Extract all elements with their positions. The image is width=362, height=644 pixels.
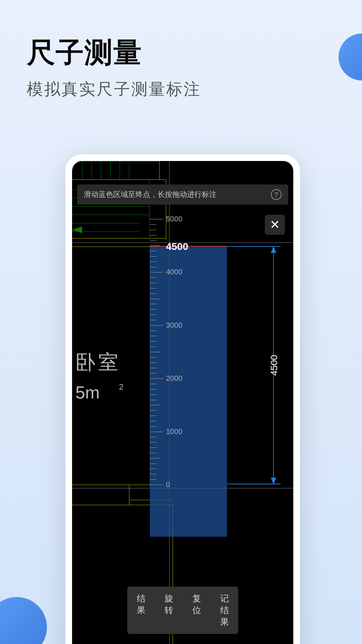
cad-room-size-sup: 2 <box>119 382 123 392</box>
cad-room-label: 卧室 <box>75 349 121 376</box>
phone-frame: 卧室 5m 2 滑动蓝色区域至终点，长按拖动进行标注 ? ✕ 5000 <box>65 154 300 644</box>
promo-subtitle: 模拟真实尺子测量标注 <box>27 78 335 100</box>
close-icon: ✕ <box>270 219 280 231</box>
ruler-current-value: 4500 <box>166 241 188 252</box>
result-button[interactable]: 结果 <box>127 587 155 634</box>
dimension-value: 4500 <box>269 355 280 376</box>
rotate-button[interactable]: 旋转 <box>155 587 183 634</box>
ruler-tick-label: 5000 <box>166 215 182 223</box>
close-button[interactable]: ✕ <box>265 215 285 235</box>
phone-screen: 卧室 5m 2 滑动蓝色区域至终点，长按拖动进行标注 ? ✕ 5000 <box>72 161 293 644</box>
ruler-tick-label: 2000 <box>166 374 182 383</box>
ruler-tick-label: 3000 <box>166 321 182 330</box>
measurement-ruler[interactable]: 5000 4000 3000 <box>150 213 227 537</box>
ruler-current-marker[interactable] <box>150 246 227 247</box>
ruler-tick-label: 1000 <box>166 427 182 436</box>
save-result-button[interactable]: 记结果 <box>211 587 238 634</box>
cad-room-size: 5m <box>75 382 100 402</box>
promo-header: 尺子测量 模拟真实尺子测量标注 <box>0 0 362 113</box>
decorative-circle-bottom <box>0 597 47 644</box>
ruler-tick-label: 4000 <box>166 268 182 276</box>
promo-title: 尺子测量 <box>27 34 335 72</box>
help-icon[interactable]: ? <box>271 189 282 200</box>
hint-bar: 滑动蓝色区域至终点，长按拖动进行标注 ? <box>77 184 288 205</box>
ruler-fill[interactable] <box>150 246 227 537</box>
bottom-toolbar: 结果 旋转 复位 记结果 <box>127 587 238 634</box>
reset-button[interactable]: 复位 <box>183 587 211 634</box>
hint-text: 滑动蓝色区域至终点，长按拖动进行标注 <box>84 190 271 200</box>
ruler-tick-label: 0 <box>166 480 170 489</box>
